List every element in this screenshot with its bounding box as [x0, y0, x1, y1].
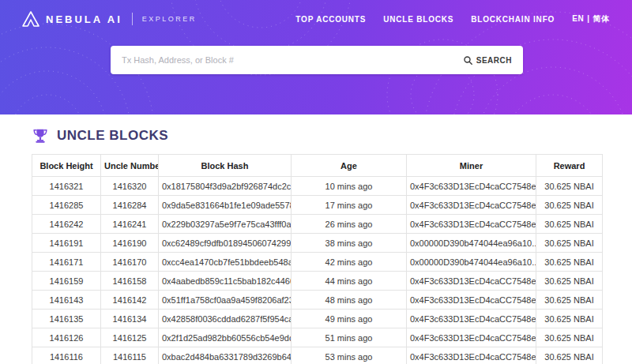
cell-block-hash: 0x229b03297a5e9f7e75ca43fff0af5...: [159, 215, 292, 234]
cell-miner: 0x4F3c633D13EcD4caCC7548e...: [407, 215, 536, 234]
cell-reward: 30.625 NBAI: [536, 253, 603, 272]
cell-miner: 0x4F3c633D13EcD4caCC7548e...: [407, 347, 536, 364]
cell-age: 44 mins ago: [292, 272, 407, 291]
section-header: UNCLE BLOCKS: [32, 127, 632, 144]
cell-block-hash: 0x42858f0036cddad6287f5f954ca7f...: [159, 310, 292, 328]
brand-subtitle: EXPLORER: [142, 15, 197, 23]
cell-uncle-number: 1416190: [101, 234, 159, 253]
cell-age: 49 mins ago: [292, 310, 407, 328]
cell-reward: 30.625 NBAI: [536, 310, 603, 328]
table-row: 141619114161900xc62489cf9dfb018945060742…: [32, 234, 603, 253]
cell-reward: 30.625 NBAI: [536, 347, 603, 364]
trophy-icon: [32, 127, 49, 144]
uncle-blocks-table-container: Block HeightUncle NumberBlock HashAgeMin…: [32, 154, 602, 364]
page-title: UNCLE BLOCKS: [57, 128, 168, 144]
cell-age: 17 mins ago: [292, 196, 407, 215]
cell-miner: 0x00000D390b474044ea96a10...: [407, 234, 536, 253]
nav-uncle-blocks[interactable]: UNCLE BLOCKS: [383, 15, 453, 24]
cell-age: 48 mins ago: [292, 291, 407, 310]
nav-blockchain-info[interactable]: BLOCKCHAIN INFO: [471, 15, 555, 24]
search-input[interactable]: [111, 46, 453, 74]
cell-block-height: 1416159: [32, 272, 101, 291]
table-row: 141613514161340x42858f0036cddad6287f5f95…: [32, 310, 603, 328]
brand-name: NEBULA AI: [46, 13, 122, 25]
cell-miner: 0x4F3c633D13EcD4caCC7548e...: [407, 328, 536, 347]
cell-block-height: 1416242: [32, 215, 101, 234]
language-toggle[interactable]: EN | 简体: [572, 13, 610, 24]
cell-block-hash: 0xbac2d484ba6331789d3269b644a...: [159, 347, 292, 364]
column-header: Reward: [536, 155, 603, 177]
brand-logo-group[interactable]: NEBULA AI EXPLORER: [22, 11, 197, 27]
search-button[interactable]: SEARCH: [453, 46, 523, 74]
cell-block-hash: 0xc62489cf9dfb0189450607429953...: [159, 234, 292, 253]
cell-block-hash: 0x51ff1a758cf0aa9a459f8206af238...: [159, 291, 292, 310]
table-row: 141612614161250x2f1d25ad982bb60556cb54e9…: [32, 328, 603, 347]
cell-uncle-number: 1416170: [101, 253, 159, 272]
main-nav: TOP ACCOUNTS UNCLE BLOCKS BLOCKCHAIN INF…: [295, 13, 610, 24]
cell-reward: 30.625 NBAI: [536, 328, 603, 347]
cell-block-height: 1416116: [32, 347, 101, 364]
cell-block-hash: 0x18175804f3d9a2bf926874dc2c01...: [159, 177, 292, 196]
table-header-row: Block HeightUncle NumberBlock HashAgeMin…: [32, 155, 603, 177]
cell-age: 53 mins ago: [292, 347, 407, 364]
search-bar: SEARCH: [111, 46, 523, 74]
cell-block-height: 1416321: [32, 177, 101, 196]
search-button-label: SEARCH: [476, 56, 512, 65]
cell-age: 42 mins ago: [292, 253, 407, 272]
cell-uncle-number: 1416320: [101, 177, 159, 196]
cell-age: 10 mins ago: [292, 177, 407, 196]
cell-uncle-number: 1416158: [101, 272, 159, 291]
column-header: Block Hash: [159, 155, 292, 177]
cell-miner: 0x4F3c633D13EcD4caCC7548e...: [407, 196, 536, 215]
table-row: 141615914161580x4aabedb859c11c5bab182c44…: [32, 272, 603, 291]
cell-uncle-number: 1416115: [101, 347, 159, 364]
cell-uncle-number: 1416134: [101, 310, 159, 328]
cell-block-height: 1416135: [32, 310, 101, 328]
table-row: 141624214162410x229b03297a5e9f7e75ca43ff…: [32, 215, 603, 234]
cell-block-height: 1416285: [32, 196, 101, 215]
nav-top-accounts[interactable]: TOP ACCOUNTS: [295, 15, 366, 24]
table-row: 141632114163200x18175804f3d9a2bf926874dc…: [32, 177, 603, 196]
nebula-logo-icon: [22, 11, 40, 27]
cell-block-hash: 0x2f1d25ad982bb60556cb54e9ddc...: [159, 328, 292, 347]
cell-uncle-number: 1416142: [101, 291, 159, 310]
table-row: 141614314161420x51ff1a758cf0aa9a459f8206…: [32, 291, 603, 310]
header-banner: NEBULA AI EXPLORER TOP ACCOUNTS UNCLE BL…: [0, 0, 632, 114]
cell-block-height: 1416126: [32, 328, 101, 347]
cell-uncle-number: 1416125: [101, 328, 159, 347]
cell-age: 51 mins ago: [292, 328, 407, 347]
column-header: Miner: [407, 155, 536, 177]
cell-reward: 30.625 NBAI: [536, 177, 603, 196]
cell-reward: 30.625 NBAI: [536, 215, 603, 234]
table-row: 141611614161150xbac2d484ba6331789d3269b6…: [32, 347, 603, 364]
column-header: Block Height: [32, 155, 101, 177]
cell-block-hash: 0x9da5e831664b1fe1e09ade55782...: [159, 196, 292, 215]
column-header: Age: [292, 155, 407, 177]
cell-reward: 30.625 NBAI: [536, 291, 603, 310]
cell-miner: 0x4F3c633D13EcD4caCC7548e...: [407, 310, 536, 328]
cell-reward: 30.625 NBAI: [536, 234, 603, 253]
cell-uncle-number: 1416284: [101, 196, 159, 215]
table-row: 141628514162840x9da5e831664b1fe1e09ade55…: [32, 196, 603, 215]
uncle-blocks-table: Block HeightUncle NumberBlock HashAgeMin…: [32, 154, 603, 364]
cell-block-height: 1416143: [32, 291, 101, 310]
cell-miner: 0x00000D390b474044ea96a10...: [407, 253, 536, 272]
cell-age: 26 mins ago: [292, 215, 407, 234]
table-row: 141617114161700xcc4ea1470cb7fe51bbdeeb54…: [32, 253, 603, 272]
cell-reward: 30.625 NBAI: [536, 272, 603, 291]
cell-miner: 0x4F3c633D13EcD4caCC7548e...: [407, 291, 536, 310]
search-icon: [464, 56, 472, 65]
cell-age: 38 mins ago: [292, 234, 407, 253]
cell-reward: 30.625 NBAI: [536, 196, 603, 215]
cell-miner: 0x4F3c633D13EcD4caCC7548e...: [407, 177, 536, 196]
cell-block-hash: 0x4aabedb859c11c5bab182c4460f...: [159, 272, 292, 291]
column-header: Uncle Number: [101, 155, 159, 177]
cell-miner: 0x4F3c633D13EcD4caCC7548e...: [407, 272, 536, 291]
cell-block-height: 1416171: [32, 253, 101, 272]
cell-block-height: 1416191: [32, 234, 101, 253]
brand-divider: [132, 13, 133, 25]
cell-block-hash: 0xcc4ea1470cb7fe51bbdeeb548ad...: [159, 253, 292, 272]
cell-uncle-number: 1416241: [101, 215, 159, 234]
